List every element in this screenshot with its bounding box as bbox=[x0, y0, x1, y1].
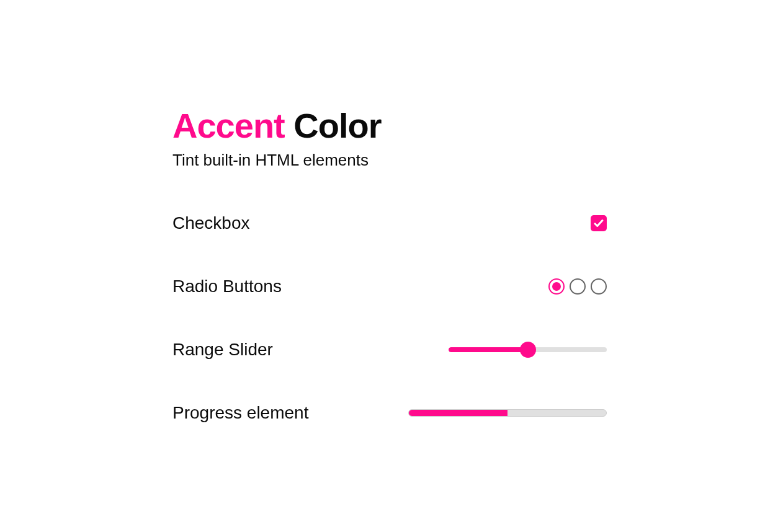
slider-thumb[interactable] bbox=[520, 342, 536, 358]
radio-group bbox=[548, 278, 607, 295]
progress-controls bbox=[408, 409, 607, 417]
progress-row: Progress element bbox=[172, 403, 607, 423]
progress-fill bbox=[409, 410, 507, 416]
page-subtitle: Tint built-in HTML elements bbox=[172, 151, 607, 170]
checkbox-label: Checkbox bbox=[172, 213, 250, 233]
title-second-word: Color bbox=[293, 106, 381, 145]
progress-label: Progress element bbox=[172, 403, 308, 423]
title-accent-word: Accent bbox=[172, 106, 285, 145]
checkbox-row: Checkbox bbox=[172, 213, 607, 233]
checkbox-controls bbox=[591, 215, 607, 231]
range-controls bbox=[449, 340, 607, 359]
radio-label: Radio Buttons bbox=[172, 277, 282, 296]
range-slider[interactable] bbox=[449, 340, 607, 359]
checkbox-input[interactable] bbox=[591, 215, 607, 231]
slider-fill bbox=[449, 347, 528, 352]
radio-option-3[interactable] bbox=[591, 278, 607, 295]
radio-option-1[interactable] bbox=[548, 278, 565, 295]
page-title: Accent Color bbox=[172, 109, 607, 143]
radio-option-2[interactable] bbox=[570, 278, 586, 295]
check-icon bbox=[593, 218, 604, 229]
range-row: Range Slider bbox=[172, 340, 607, 360]
progress-bar bbox=[408, 409, 607, 417]
radio-row: Radio Buttons bbox=[172, 277, 607, 296]
range-label: Range Slider bbox=[172, 340, 273, 360]
main-container: Accent Color Tint built-in HTML elements… bbox=[172, 109, 607, 423]
